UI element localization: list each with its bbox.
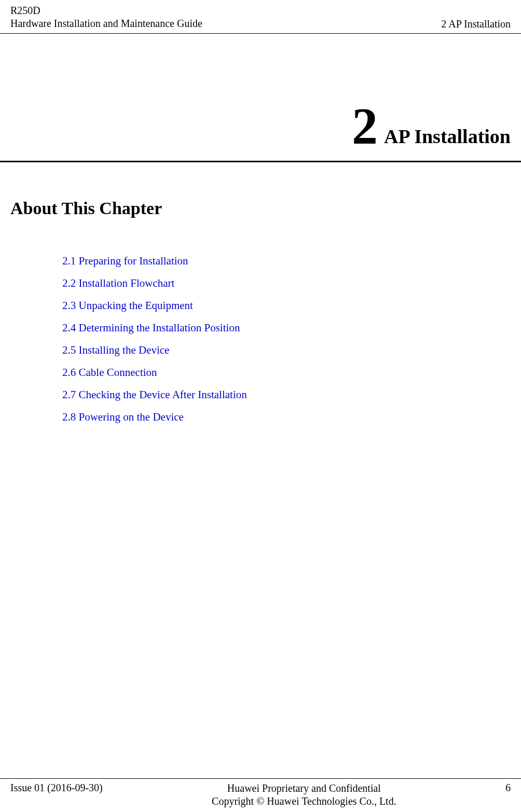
chapter-title-block: 2 AP Installation <box>0 34 521 162</box>
header-doc-title: Hardware Installation and Maintenance Gu… <box>10 17 202 30</box>
header-left: R250D Hardware Installation and Maintena… <box>10 4 202 30</box>
footer-confidential-2: Copyright © Huawei Technologies Co., Ltd… <box>212 795 396 808</box>
footer-confidential-1: Huawei Proprietary and Confidential <box>212 782 396 795</box>
toc-link-2-5[interactable]: 2.5 Installing the Device <box>62 344 511 357</box>
footer-page-number: 6 <box>505 782 511 794</box>
toc-link-2-8[interactable]: 2.8 Powering on the Device <box>62 411 511 424</box>
header-section: 2 AP Installation <box>441 18 511 30</box>
toc-link-2-6[interactable]: 2.6 Cable Connection <box>62 366 511 379</box>
toc-link-2-1[interactable]: 2.1 Preparing for Installation <box>62 255 511 268</box>
about-this-chapter-heading: About This Chapter <box>0 162 521 223</box>
page-header: R250D Hardware Installation and Maintena… <box>0 0 521 34</box>
chapter-name: AP Installation <box>384 125 511 147</box>
chapter-number: 2 <box>352 97 378 155</box>
toc-link-2-4[interactable]: 2.4 Determining the Installation Positio… <box>62 321 511 334</box>
page-footer: Issue 01 (2016-09-30) Huawei Proprietary… <box>0 778 521 808</box>
footer-center: Huawei Proprietary and Confidential Copy… <box>212 782 396 808</box>
toc-link-2-3[interactable]: 2.3 Unpacking the Equipment <box>62 299 511 312</box>
footer-issue: Issue 01 (2016-09-30) <box>10 782 103 794</box>
toc-link-2-7[interactable]: 2.7 Checking the Device After Installati… <box>62 388 511 401</box>
header-product: R250D <box>10 4 202 17</box>
toc-link-2-2[interactable]: 2.2 Installation Flowchart <box>62 277 511 290</box>
toc-list: 2.1 Preparing for Installation 2.2 Insta… <box>0 223 521 424</box>
